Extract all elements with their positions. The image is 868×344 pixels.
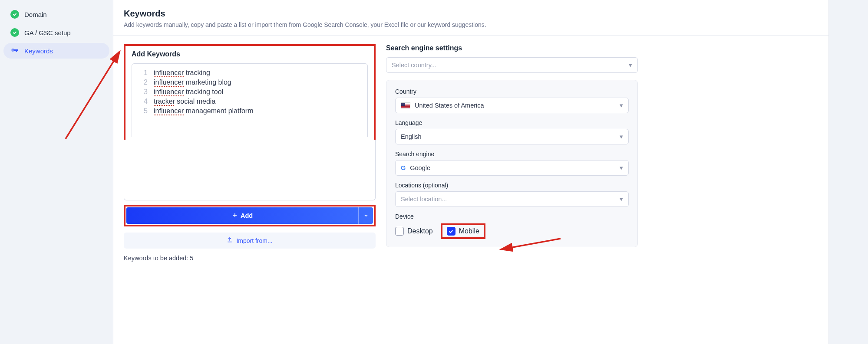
country-select[interactable]: United States of America ▾ [395, 98, 629, 113]
chevron-down-icon[interactable] [358, 207, 373, 224]
upload-icon [227, 237, 233, 244]
main-content: Keywords Add keywords manually, copy and… [113, 0, 829, 344]
sidebar-item-label: GA / GSC setup [24, 29, 71, 36]
language-label: Language [395, 119, 629, 126]
add-button[interactable]: Add [126, 207, 373, 224]
keyword-row: 2 influencer marketing blog [138, 78, 361, 87]
caret-down-icon: ▾ [620, 196, 623, 203]
caret-down-icon: ▾ [620, 133, 623, 140]
sidebar-item-label: Domain [24, 11, 47, 18]
keywords-textarea[interactable]: 1 influencer tracking 2 influencer marke… [132, 63, 368, 137]
keyword-row: 5 influencer management platform [138, 106, 361, 116]
add-button-label: Add [241, 212, 253, 219]
sidebar: Domain GA / GSC setup Keywords [0, 0, 113, 344]
annotation-highlight-keywords: Add Keywords 1 influencer tracking 2 inf… [124, 44, 376, 141]
language-select[interactable]: English ▾ [395, 129, 629, 144]
settings-heading: Search engine settings [386, 44, 638, 52]
check-icon [10, 10, 19, 19]
caret-down-icon: ▾ [629, 62, 632, 69]
language-value: English [401, 133, 422, 140]
import-from-button[interactable]: Import from... [124, 233, 376, 249]
device-mobile-checkbox[interactable]: Mobile [447, 227, 479, 236]
locations-placeholder: Select location... [401, 196, 447, 203]
country-value: United States of America [415, 102, 484, 109]
keyword-row: 1 influencer tracking [138, 68, 361, 78]
keyword-row: 4 tracker social media [138, 97, 361, 106]
engine-label: Search engine [395, 151, 629, 157]
device-label: Device [395, 213, 629, 220]
keyword-row: 3 influencer tracking tool [138, 87, 361, 97]
device-desktop-label: Desktop [407, 227, 433, 235]
checkbox-icon [395, 227, 404, 236]
add-keywords-heading: Add Keywords [132, 50, 368, 58]
engine-value: Google [410, 164, 430, 171]
keywords-count-text: Keywords to be added: 5 [124, 255, 376, 262]
settings-card: Country United States of America ▾ Langu… [386, 80, 638, 247]
engine-select[interactable]: G Google ▾ [395, 160, 629, 176]
caret-down-icon: ▾ [620, 102, 623, 109]
key-icon [10, 46, 19, 55]
sidebar-item-domain[interactable]: Domain [3, 7, 109, 22]
locations-label: Locations (optional) [395, 182, 629, 189]
locations-select[interactable]: Select location... ▾ [395, 191, 629, 207]
country-label: Country [395, 88, 629, 95]
plus-icon [232, 212, 238, 220]
sidebar-item-keywords[interactable]: Keywords [3, 43, 109, 59]
country-top-placeholder: Select country... [392, 62, 436, 69]
checkbox-checked-icon [447, 227, 455, 236]
annotation-highlight-add-button: Add [124, 205, 376, 226]
google-icon: G [401, 164, 406, 171]
import-from-label: Import from... [236, 237, 272, 244]
device-desktop-checkbox[interactable]: Desktop [395, 227, 433, 236]
sidebar-item-ga-gsc[interactable]: GA / GSC setup [3, 25, 109, 40]
caret-down-icon: ▾ [620, 164, 623, 171]
page-subtitle: Add keywords manually, copy and paste a … [124, 21, 818, 28]
country-top-select[interactable]: Select country... ▾ [386, 57, 638, 73]
check-icon [10, 28, 19, 37]
us-flag-icon [401, 102, 410, 108]
sidebar-item-label: Keywords [24, 47, 53, 55]
page-title: Keywords [124, 9, 818, 19]
device-mobile-label: Mobile [459, 227, 479, 235]
page-header: Keywords Add keywords manually, copy and… [113, 0, 828, 36]
keywords-textarea-lower[interactable] [124, 140, 376, 200]
annotation-highlight-mobile: Mobile [441, 223, 485, 239]
